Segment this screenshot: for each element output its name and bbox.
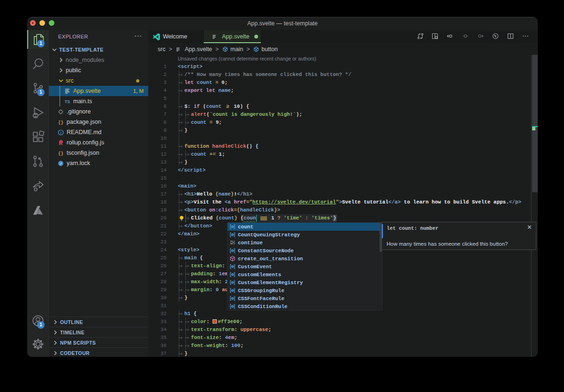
svg-text:TS: TS [65,99,70,104]
svg-text:{}: {} [58,120,63,125]
svg-text:{}: {} [58,151,63,156]
